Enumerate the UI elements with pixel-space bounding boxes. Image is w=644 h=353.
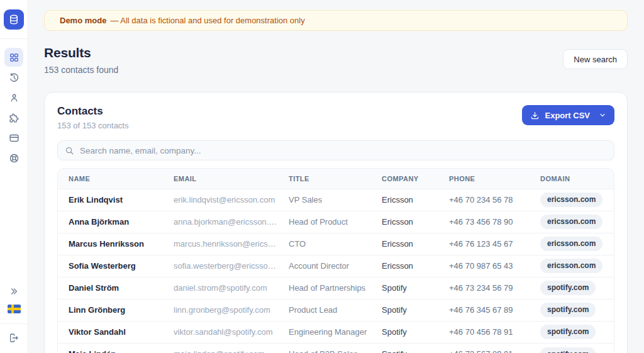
sidebar-bottom <box>0 283 28 353</box>
column-header-phone[interactable]: PHONE <box>449 169 540 189</box>
contact-phone: +46 76 123 45 67 <box>449 233 540 255</box>
contact-company: Spotify <box>382 343 449 353</box>
contact-email: viktor.sandahl@spotify.com <box>174 321 289 343</box>
sidebar-item-dashboard[interactable] <box>4 48 23 67</box>
domain-badge: ericsson.com <box>540 259 602 272</box>
table-header-row: NAME EMAIL TITLE COMPANY PHONE DOMAIN <box>58 169 614 189</box>
contact-phone: +46 76 345 67 89 <box>449 299 540 321</box>
contact-domain: spotify.com <box>540 277 614 299</box>
puzzle-icon <box>9 113 19 123</box>
contact-company: Spotify <box>382 277 449 299</box>
search-input[interactable] <box>80 146 607 155</box>
domain-badge: ericsson.com <box>540 193 602 206</box>
contact-title: VP Sales <box>289 189 382 211</box>
contact-name: Erik Lindqvist <box>58 189 174 211</box>
contacts-card-header: Contacts 153 of 153 contacts Export CSV <box>57 105 614 130</box>
sidebar-item-integrations[interactable] <box>4 108 23 127</box>
column-header-email[interactable]: EMAIL <box>174 169 289 189</box>
sidebar-item-user[interactable] <box>4 88 23 107</box>
page-subtitle: 153 contacts found <box>44 65 118 75</box>
contacts-card: Contacts 153 of 153 contacts Export CSV <box>44 92 628 353</box>
sidebar-item-billing[interactable] <box>4 128 23 147</box>
card-title: Contacts <box>57 105 128 118</box>
main-content: Demo mode — All data is fictional and us… <box>28 0 644 353</box>
page-header: Results 153 contacts found New search <box>44 45 628 75</box>
column-header-domain[interactable]: DOMAIN <box>540 169 614 189</box>
column-header-name[interactable]: NAME <box>58 169 174 189</box>
new-search-button[interactable]: New search <box>563 49 628 69</box>
contact-domain: ericsson.com <box>540 211 614 233</box>
banner-title: Demo mode <box>60 16 106 25</box>
lifebuoy-icon <box>9 153 19 164</box>
contact-domain: spotify.com <box>540 321 614 343</box>
table-row[interactable]: Erik Lindqvist erik.lindqvist@ericsson.c… <box>58 189 614 211</box>
contact-name: Linn Grönberg <box>58 299 174 321</box>
domain-badge: spotify.com <box>540 347 596 353</box>
contact-email: maja.linden@spotify.com <box>174 343 289 353</box>
contact-name: Maja Lindén <box>58 343 174 353</box>
contact-company: Spotify <box>382 299 449 321</box>
contact-phone: +46 70 456 78 91 <box>449 321 540 343</box>
contact-name: Sofia Westerberg <box>58 255 174 277</box>
contact-title: Head of Partnerships <box>289 277 382 299</box>
contacts-table: NAME EMAIL TITLE COMPANY PHONE DOMAIN Er… <box>58 169 614 353</box>
contact-name: Daniel Ström <box>58 277 174 299</box>
language-toggle-swedish-flag[interactable] <box>8 305 21 313</box>
contact-phone: +46 70 987 65 43 <box>449 255 540 277</box>
sidebar-item-history[interactable] <box>4 68 23 87</box>
contact-title: Head of B2B Sales <box>289 343 382 353</box>
contact-email: anna.bjorkman@ericsson.com <box>174 211 289 233</box>
contact-phone: +46 73 567 89 01 <box>449 343 540 353</box>
column-header-title[interactable]: TITLE <box>289 169 382 189</box>
logout-button[interactable] <box>9 324 19 353</box>
contact-company: Ericsson <box>382 233 449 255</box>
domain-badge: spotify.com <box>540 303 596 317</box>
database-icon <box>8 14 19 25</box>
table-row[interactable]: Anna Björkman anna.bjorkman@ericsson.com… <box>58 211 614 233</box>
contact-email: linn.gronberg@spotify.com <box>174 299 289 321</box>
page-title: Results <box>44 45 118 60</box>
table-row[interactable]: Maja Lindén maja.linden@spotify.com Head… <box>58 343 614 353</box>
search-icon <box>65 146 74 155</box>
contact-domain: ericsson.com <box>540 255 614 277</box>
contact-phone: +46 73 234 56 79 <box>449 277 540 299</box>
contact-email: marcus.henriksson@ericsson.com <box>174 233 289 255</box>
user-icon <box>9 92 19 103</box>
sidebar-nav <box>0 39 28 169</box>
sidebar-item-support[interactable] <box>4 148 23 167</box>
contact-name: Marcus Henriksson <box>58 233 174 255</box>
table-row[interactable]: Marcus Henriksson marcus.henriksson@eric… <box>58 233 614 255</box>
column-header-company[interactable]: COMPANY <box>382 169 449 189</box>
banner-text: — All data is fictional and used for dem… <box>110 16 304 25</box>
contact-title: Head of Product <box>289 211 382 233</box>
logout-icon <box>9 333 19 343</box>
download-icon <box>530 111 540 120</box>
contact-company: Spotify <box>382 321 449 343</box>
table-row[interactable]: Sofia Westerberg sofia.westerberg@ericss… <box>58 255 614 277</box>
export-csv-label: Export CSV <box>545 111 590 120</box>
contact-domain: ericsson.com <box>540 189 614 211</box>
contact-company: Ericsson <box>382 211 449 233</box>
credit-card-icon <box>9 133 19 143</box>
app-logo[interactable] <box>4 9 24 30</box>
contact-phone: +46 70 234 56 78 <box>449 189 540 211</box>
contact-domain: ericsson.com <box>540 233 614 255</box>
export-csv-button[interactable]: Export CSV <box>522 105 614 125</box>
search-bar <box>57 140 614 160</box>
contact-email: sofia.westerberg@ericsson.com <box>174 255 289 277</box>
domain-badge: spotify.com <box>540 281 596 294</box>
contact-title: CTO <box>289 233 382 255</box>
domain-badge: spotify.com <box>540 325 596 339</box>
table-row[interactable]: Linn Grönberg linn.gronberg@spotify.com … <box>58 299 614 321</box>
history-icon <box>9 72 19 83</box>
contact-company: Ericsson <box>382 189 449 211</box>
logo-wrap <box>0 0 28 39</box>
contact-name: Anna Björkman <box>58 211 174 233</box>
contact-email: daniel.strom@spotify.com <box>174 277 289 299</box>
table-row[interactable]: Viktor Sandahl viktor.sandahl@spotify.co… <box>58 321 614 343</box>
contact-email: erik.lindqvist@ericsson.com <box>174 189 289 211</box>
table-row[interactable]: Daniel Ström daniel.strom@spotify.com He… <box>58 277 614 299</box>
contact-phone: +46 73 456 78 90 <box>449 211 540 233</box>
sidebar-expand-button[interactable] <box>9 283 18 305</box>
contact-title: Engineering Manager <box>289 321 382 343</box>
